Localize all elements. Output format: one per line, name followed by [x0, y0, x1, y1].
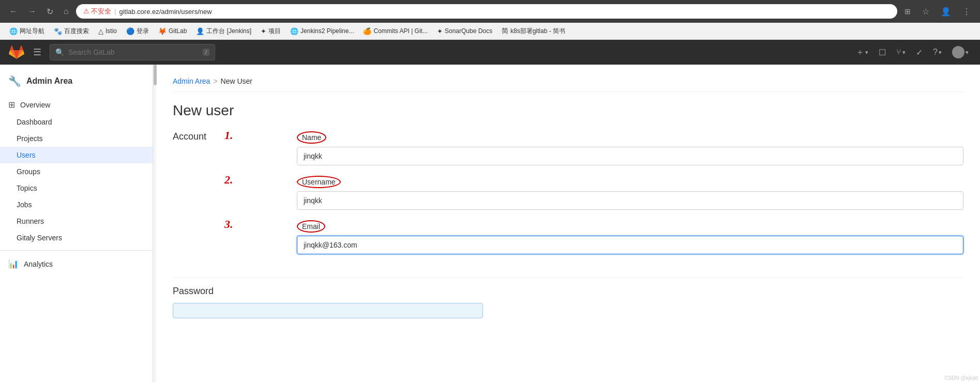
- username-input[interactable]: [297, 191, 963, 210]
- gitaly-label: Gitaly Servers: [17, 234, 62, 242]
- help-chevron-icon: ▾: [939, 49, 942, 56]
- bookmark-login[interactable]: 🔵 登录: [122, 25, 153, 37]
- bookmark-icon-wangzhi: 🌐: [9, 27, 18, 35]
- merge-icon: ⑂: [896, 48, 901, 57]
- address-bar[interactable]: ⚠ 不安全 | gitlab.core.ez/admin/users/new: [76, 4, 897, 19]
- topics-label: Topics: [17, 184, 37, 192]
- main-layout: 🔧 Admin Area ⊞ Overview Dashboard Projec…: [0, 65, 980, 382]
- username-label-row: 2. Username: [297, 176, 963, 188]
- bookmark-gitlab[interactable]: 🦊 GitLab: [154, 26, 191, 37]
- bookmark-icon-gitlab: 🦊: [158, 27, 167, 35]
- username-form-group: 2. Username: [297, 176, 963, 210]
- analytics-label: Analytics: [24, 260, 53, 268]
- bookmarks-bar: 🌐 网址导航 🐾 百度搜索 △ Istio 🔵 登录 🦊 GitLab 👤 工作…: [0, 23, 980, 40]
- merge-requests-button[interactable]: ⑂ ▾: [893, 45, 909, 59]
- bookmark-button[interactable]: ☆: [919, 6, 932, 18]
- bookmark-icon-commits: 🍊: [363, 27, 371, 35]
- breadcrumb-separator: >: [213, 77, 217, 85]
- url-text: gitlab.core.ez/admin/users/new: [119, 8, 212, 16]
- back-button[interactable]: ←: [6, 6, 21, 17]
- bookmark-icon-baidu: 🐾: [54, 27, 62, 35]
- sidebar-item-projects[interactable]: Projects: [0, 130, 153, 147]
- profile-button[interactable]: 👤: [938, 6, 954, 18]
- sidebar-section-overview[interactable]: ⊞ Overview: [0, 96, 153, 114]
- gitlab-header: ☰ 🔍 / ＋ ▾ ☐ ⑂ ▾ ✓ ? ▾ ▾: [0, 40, 980, 65]
- annotation-number-3: 3.: [224, 218, 233, 231]
- bookmark-sonar[interactable]: ✦ SonarQube Docs: [433, 26, 496, 37]
- plus-icon: ＋: [856, 47, 864, 58]
- menu-button[interactable]: ⋮: [959, 6, 974, 18]
- bookmark-commits-api[interactable]: 🍊 Commits API | Git...: [359, 26, 431, 37]
- form-layout: Account 1. Name 2. U: [173, 131, 963, 265]
- sidebar-item-jobs[interactable]: Jobs: [0, 196, 153, 213]
- jobs-label: Jobs: [17, 201, 32, 209]
- search-input[interactable]: [68, 48, 199, 56]
- sidebar-item-groups[interactable]: Groups: [0, 163, 153, 180]
- search-slash-hint: /: [203, 49, 209, 56]
- browser-chrome: ← → ↻ ⌂ ⚠ 不安全 | gitlab.core.ez/admin/use…: [0, 0, 980, 23]
- email-form-group: 3. Email: [297, 220, 963, 254]
- analytics-icon: 📊: [8, 259, 19, 269]
- bookmark-icon-projects: ✦: [261, 27, 266, 35]
- bookmark-icon-istio: △: [98, 27, 103, 35]
- translate-button[interactable]: ⊞: [901, 6, 914, 18]
- sidebar-section-analytics[interactable]: 📊 Analytics: [0, 255, 153, 273]
- password-input-preview[interactable]: [173, 303, 483, 318]
- user-avatar-button[interactable]: ▾: [949, 44, 972, 60]
- dropdown-chevron-icon: ▾: [865, 49, 868, 56]
- create-new-button[interactable]: ＋ ▾: [853, 45, 871, 60]
- sidebar-item-topics[interactable]: Topics: [0, 180, 153, 196]
- sidebar-title: Admin Area: [26, 76, 72, 86]
- bookmark-icon-sonar: ✦: [437, 27, 443, 35]
- bookmark-wangzhi[interactable]: 🌐 网址导航: [5, 25, 49, 37]
- sidebar-scrollbar[interactable]: [153, 65, 156, 382]
- bookmark-jenkins2[interactable]: 🌐 Jenkins2 Pipeline...: [286, 26, 358, 37]
- form-fields-area: 1. Name 2. Username: [297, 131, 963, 265]
- content-area: Admin Area > New User New user Account 1…: [156, 65, 980, 382]
- groups-label: Groups: [17, 167, 40, 176]
- breadcrumb-current: New User: [221, 77, 252, 85]
- breadcrumb: Admin Area > New User: [173, 77, 963, 92]
- avatar-chevron-icon: ▾: [966, 49, 969, 56]
- issues-button[interactable]: ☐: [876, 45, 889, 59]
- hamburger-button[interactable]: ☰: [33, 47, 41, 58]
- help-icon: ?: [933, 48, 938, 57]
- projects-label: Projects: [17, 134, 43, 143]
- sidebar-item-dashboard[interactable]: Dashboard: [0, 114, 153, 130]
- password-section-title: Password: [173, 286, 963, 297]
- sidebar-item-gitaly-servers[interactable]: Gitaly Servers: [0, 229, 153, 246]
- name-label-row: 1. Name: [297, 131, 963, 144]
- overview-label: Overview: [20, 101, 50, 109]
- users-label: Users: [17, 151, 36, 159]
- bookmark-projects[interactable]: ✦ 项目: [257, 25, 285, 37]
- name-input[interactable]: [297, 147, 963, 165]
- dashboard-label: Dashboard: [17, 118, 52, 126]
- forward-button[interactable]: →: [25, 6, 39, 17]
- search-box[interactable]: 🔍 /: [50, 44, 215, 60]
- security-warning: ⚠ 不安全: [83, 7, 112, 16]
- browser-actions: ⊞ ☆ 👤 ⋮: [901, 6, 974, 18]
- bookmark-baidu[interactable]: 🐾 百度搜索: [50, 25, 93, 37]
- gitlab-logo[interactable]: [8, 44, 25, 60]
- sidebar-divider: [0, 250, 153, 251]
- bookmark-icon-login: 🔵: [126, 27, 134, 35]
- email-label-row: 3. Email: [297, 220, 963, 233]
- email-label: Email: [297, 220, 325, 233]
- sidebar-item-runners[interactable]: Runners: [0, 213, 153, 229]
- help-button[interactable]: ? ▾: [930, 45, 945, 59]
- bookmark-jenkins-workbench[interactable]: 👤 工作台 [Jenkins]: [192, 25, 255, 37]
- bookmark-k8s[interactable]: 简 k8s部署gitlab - 简书: [497, 25, 569, 37]
- breadcrumb-admin-area[interactable]: Admin Area: [173, 77, 210, 85]
- overview-icon: ⊞: [8, 100, 15, 110]
- sidebar-item-users[interactable]: Users: [0, 147, 153, 163]
- password-section: Password: [173, 277, 963, 318]
- bookmark-istio[interactable]: △ Istio: [94, 26, 121, 37]
- email-input[interactable]: [297, 236, 963, 254]
- reload-button[interactable]: ↻: [43, 6, 56, 18]
- csdn-watermark: CSDN @kjkdd: [944, 375, 978, 381]
- bookmark-icon-jenkins: 👤: [196, 27, 204, 35]
- name-label: Name: [297, 131, 326, 144]
- search-icon: 🔍: [55, 48, 64, 56]
- home-button[interactable]: ⌂: [61, 6, 72, 17]
- todos-button[interactable]: ✓: [913, 45, 926, 59]
